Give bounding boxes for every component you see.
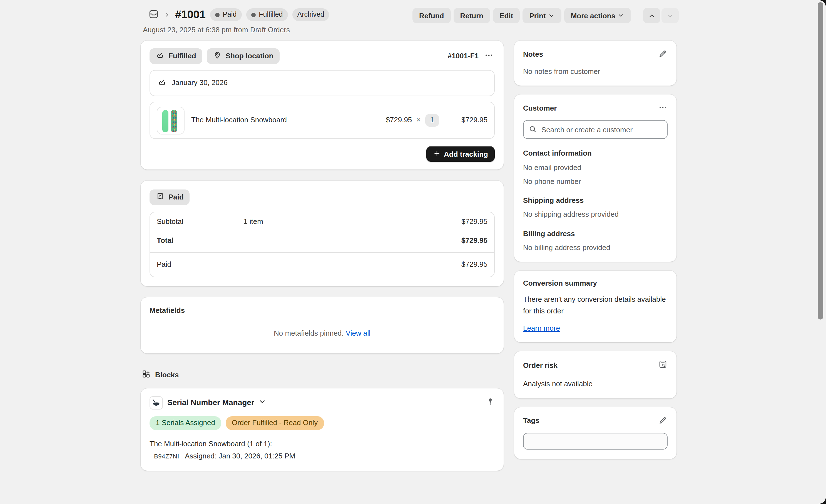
chevron-down-icon	[617, 12, 624, 19]
fulfillment-id: #1001-F1	[448, 52, 479, 61]
plus-icon	[433, 149, 440, 159]
learn-more-link[interactable]: Learn more	[523, 324, 560, 333]
conversion-title: Conversion summary	[523, 279, 667, 288]
chevron-down-icon	[666, 12, 674, 19]
order-fulfilled-readonly-badge: Order Fulfilled - Read Only	[226, 416, 324, 430]
print-button[interactable]: Print	[523, 8, 561, 23]
paid-row: Paid $729.95	[150, 253, 494, 277]
customer-search-input[interactable]	[523, 120, 667, 139]
fulfillment-footer: Add tracking	[150, 146, 495, 162]
status-badge-archived: Archived	[292, 8, 329, 21]
serial-app-name: Serial Number Manager	[167, 398, 254, 407]
badge-dot	[251, 12, 255, 17]
subtotal-row: Subtotal 1 item $729.95	[150, 212, 494, 232]
more-actions-button[interactable]: More actions	[564, 8, 631, 23]
notes-card: Notes No notes from customer	[514, 41, 676, 86]
multiply-sign: ×	[416, 116, 420, 125]
next-order-button[interactable]	[661, 8, 679, 23]
page-layout: Fulfilled Shop location #1001-F1	[141, 41, 676, 471]
fulfillment-date-box: January 30, 2026	[150, 70, 495, 96]
shipping-address-heading: Shipping address	[523, 196, 667, 205]
blocks-title: Blocks	[155, 371, 179, 380]
edit-tags-button[interactable]	[658, 416, 667, 427]
previous-order-button[interactable]	[643, 8, 660, 23]
fulfillment-header-row: Fulfilled Shop location #1001-F1	[150, 48, 495, 64]
notes-title: Notes	[523, 50, 543, 59]
customer-head: Customer	[523, 103, 667, 114]
fulfillment-card: Fulfilled Shop location #1001-F1	[141, 41, 504, 170]
customer-search-field	[523, 120, 667, 139]
serial-details: The Multi-location Snowboard (1 of 1): B…	[150, 439, 495, 461]
serial-assigned-at: Assigned: Jan 30, 2026, 01:25 PM	[185, 452, 295, 461]
no-billing-text: No billing address provided	[523, 243, 667, 253]
snowboard-graphic	[162, 110, 168, 132]
metafields-card: Metafields No metafields pinned. View al…	[141, 297, 504, 354]
view-all-link[interactable]: View all	[346, 329, 370, 337]
header-left: #1001 Paid Fulfilled Archived August 23,…	[143, 8, 329, 35]
chevron-down-icon	[259, 398, 267, 407]
no-shipping-text: No shipping address provided	[523, 210, 667, 219]
order-date-subtitle: August 23, 2025 at 6:38 pm from Draft Or…	[143, 25, 329, 35]
contact-info-heading: Contact information	[523, 149, 667, 159]
return-button[interactable]: Return	[453, 8, 490, 23]
metafields-empty-state: No metafields pinned. View all	[150, 315, 495, 345]
main-column: Fulfilled Shop location #1001-F1	[141, 41, 504, 471]
tags-input[interactable]	[523, 433, 667, 449]
quantity-pill: 1	[425, 114, 439, 127]
notes-head: Notes	[523, 49, 667, 60]
conversion-summary-card: Conversion summary There aren't any conv…	[514, 271, 676, 342]
serial-assignment-line: B94Z7NI Assigned: Jan 30, 2026, 01:25 PM	[150, 452, 495, 461]
vertical-scrollbar-thumb[interactable]	[818, 2, 823, 319]
pencil-icon	[658, 49, 667, 60]
order-pager	[643, 8, 679, 23]
edit-notes-button[interactable]	[658, 49, 667, 60]
chevron-down-icon	[548, 12, 555, 19]
fulfillment-status-badge: Fulfilled	[150, 48, 202, 64]
line-total: $729.95	[461, 116, 487, 125]
edit-button[interactable]: Edit	[493, 8, 520, 23]
serial-block-collapse-button[interactable]	[259, 398, 267, 407]
blocks-icon	[142, 370, 151, 381]
serial-block-header: Serial Number Manager	[150, 396, 495, 409]
orders-breadcrumb-button[interactable]	[149, 9, 159, 21]
sidebar: Notes No notes from customer Customer	[514, 41, 676, 459]
receipt-check-icon	[156, 192, 165, 203]
breadcrumb-chevron-icon	[163, 11, 171, 18]
serial-code: B94Z7NI	[154, 453, 179, 461]
tags-head: Tags	[523, 416, 667, 427]
title-row: #1001 Paid Fulfilled Archived	[143, 8, 329, 22]
page-title: #1001	[175, 8, 205, 22]
notes-empty-text: No notes from customer	[523, 67, 667, 76]
refund-button[interactable]: Refund	[412, 8, 451, 23]
pencil-icon	[658, 416, 667, 427]
fulfilled-check-icon	[156, 51, 165, 62]
kebab-icon	[484, 51, 493, 62]
customer-title: Customer	[523, 104, 557, 113]
serial-product-line: The Multi-location Snowboard (1 of 1):	[150, 439, 495, 448]
fulfillment-menu-button[interactable]	[483, 48, 495, 64]
status-badge-paid: Paid	[210, 8, 241, 21]
header-actions: Refund Return Edit Print More actions	[412, 8, 679, 23]
product-title-link[interactable]: The Multi-location Snowboard	[191, 116, 287, 125]
fulfillment-location-badge: Shop location	[207, 48, 280, 64]
tags-card: Tags	[514, 407, 676, 459]
no-phone-text: No phone number	[523, 177, 667, 186]
pushpin-icon	[486, 397, 495, 408]
serial-app-icon	[150, 396, 163, 409]
customer-menu-button[interactable]	[658, 103, 667, 114]
payment-status-badge: Paid	[150, 189, 190, 205]
location-pin-icon	[213, 51, 222, 62]
unit-price: $729.95	[386, 116, 412, 125]
product-thumbnail	[157, 107, 185, 134]
tags-title: Tags	[523, 417, 539, 426]
add-tracking-button[interactable]: Add tracking	[426, 146, 495, 162]
payment-totals-box: Subtotal 1 item $729.95 Total $729.95 Pa…	[150, 212, 495, 277]
pin-block-button[interactable]	[486, 397, 495, 408]
blocks-heading: Blocks	[141, 370, 504, 381]
serial-number-block-card: Serial Number Manager 1 Serials Assigned…	[141, 388, 504, 471]
kebab-icon	[658, 103, 667, 114]
orders-icon	[149, 9, 159, 21]
snowboard-graphic	[171, 110, 177, 132]
order-detail-page: #1001 Paid Fulfilled Archived August 23,…	[0, 0, 826, 504]
risk-analysis-icon	[658, 360, 667, 372]
